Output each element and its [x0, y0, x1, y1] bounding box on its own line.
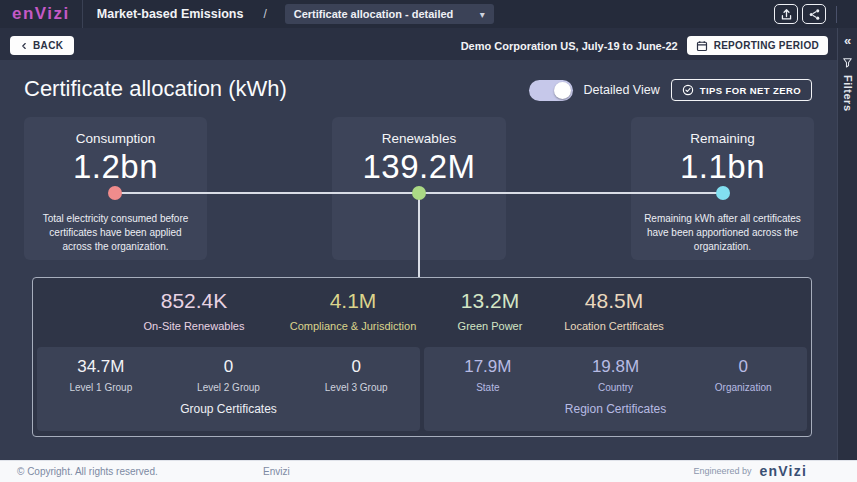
card-title: Consumption	[24, 131, 207, 146]
detailed-view-toggle[interactable]	[529, 80, 573, 101]
export-button[interactable]	[774, 4, 798, 24]
level-1-group-stat: 34.7M Level 1 Group	[37, 357, 165, 393]
stat-label: Location Certificates	[564, 320, 664, 332]
topbar-actions	[774, 4, 826, 24]
card-title: Remaining	[631, 131, 814, 146]
stat-value: 0	[679, 357, 807, 377]
card-value: 1.1bn	[631, 148, 814, 186]
card-title: Renewables	[332, 131, 506, 146]
stat-value: 19.8M	[552, 357, 680, 377]
chevron-left-icon	[20, 41, 28, 51]
chevron-down-icon: ▾	[480, 9, 485, 20]
filter-icon[interactable]	[842, 57, 853, 68]
stat-label: Organization	[679, 382, 807, 393]
group-certificates-caption: Group Certificates	[37, 402, 420, 416]
divider	[82, 0, 83, 28]
envizi-logo[interactable]: enVizi	[12, 4, 70, 24]
region-certificates-stats: 17.9M State 19.8M Country 0 Organization	[424, 357, 807, 393]
calendar-icon	[696, 40, 708, 52]
stat-value: 34.7M	[37, 357, 165, 377]
tips-button-label: TIPS FOR NET ZERO	[700, 85, 801, 96]
card-value: 1.2bn	[24, 148, 207, 186]
back-button[interactable]: BACK	[10, 36, 74, 55]
report-selector-value: Certificate allocation - detailed	[294, 8, 454, 20]
top-navigation-bar: enVizi Market-based Emissions / Certific…	[0, 0, 857, 28]
stat-value: 0	[292, 357, 420, 377]
filters-sidebar: « Filters	[837, 28, 857, 460]
region-certificates-caption: Region Certificates	[424, 402, 807, 416]
remaining-dot	[716, 186, 730, 200]
detailed-view-label: Detailed View	[584, 83, 660, 97]
stat-label: Country	[552, 382, 680, 393]
share-icon	[808, 8, 821, 21]
stat-value: 17.9M	[424, 357, 552, 377]
renewables-dot	[412, 186, 426, 200]
footer: © Copyright. All rights reserved. Envizi…	[0, 460, 857, 482]
stat-value: 0	[165, 357, 293, 377]
footer-branding: Engineered by enVizi	[694, 463, 807, 479]
organization-stat: 0 Organization	[679, 357, 807, 393]
context-bar-right: Demo Corporation US, July-19 to June-22 …	[461, 36, 828, 55]
check-circle-icon	[682, 84, 694, 96]
card-description: Total electricity consumed before certif…	[34, 212, 198, 254]
card-description: Remaining kWh after all certificates hav…	[641, 212, 805, 254]
envizi-footer-logo: enVizi	[760, 463, 807, 479]
location-certificates-stat: 48.5M Location Certificates	[564, 289, 664, 332]
tips-for-net-zero-button[interactable]: TIPS FOR NET ZERO	[671, 79, 812, 101]
stat-value: 13.2M	[458, 289, 523, 313]
onsite-renewables-stat: 852.4K On-Site Renewables	[144, 289, 245, 332]
back-label: BACK	[33, 40, 64, 51]
share-button[interactable]	[802, 4, 826, 24]
group-certificates-stats: 34.7M Level 1 Group 0 Level 2 Group 0 Le…	[37, 357, 420, 393]
filters-label: Filters	[842, 75, 854, 112]
stat-label: Level 2 Group	[165, 382, 293, 393]
stat-label: Level 1 Group	[37, 382, 165, 393]
stat-label: Compliance & Jurisdiction	[290, 320, 417, 332]
card-value: 139.2M	[332, 148, 506, 186]
level-2-group-stat: 0 Level 2 Group	[165, 357, 293, 393]
stat-value: 852.4K	[144, 289, 245, 313]
footer-envizi-text: Envizi	[263, 466, 290, 477]
green-power-stat: 13.2M Green Power	[458, 289, 523, 332]
stat-value: 48.5M	[564, 289, 664, 313]
copyright-text: © Copyright. All rights reserved.	[17, 466, 158, 477]
collapse-panel-icon[interactable]: «	[844, 34, 851, 47]
reporting-period-button[interactable]: REPORTING PERIOD	[687, 36, 828, 55]
stat-label: State	[424, 382, 552, 393]
stat-value: 4.1M	[290, 289, 417, 313]
reporting-context: Demo Corporation US, July-19 to June-22	[461, 40, 678, 52]
stat-label: Green Power	[458, 320, 523, 332]
stat-label: Level 3 Group	[292, 382, 420, 393]
flow-connector-line-vertical	[418, 193, 420, 277]
reporting-period-label: REPORTING PERIOD	[714, 40, 819, 51]
consumption-dot	[108, 186, 122, 200]
page-title: Certificate allocation (kWh)	[24, 76, 287, 102]
certificate-breakdown-panel: 852.4K On-Site Renewables 4.1M Complianc…	[32, 277, 812, 437]
export-icon	[780, 8, 793, 21]
engineered-by-label: Engineered by	[694, 466, 752, 476]
stat-label: On-Site Renewables	[144, 320, 245, 332]
breadcrumb: Market-based Emissions	[97, 7, 244, 21]
region-certificates-panel: 17.9M State 19.8M Country 0 Organization…	[424, 347, 807, 431]
page-header-actions: Detailed View TIPS FOR NET ZERO	[529, 79, 812, 101]
country-stat: 19.8M Country	[552, 357, 680, 393]
divider	[836, 6, 837, 23]
state-stat: 17.9M State	[424, 357, 552, 393]
main-content: Certificate allocation (kWh) Detailed Vi…	[0, 60, 837, 460]
level-3-group-stat: 0 Level 3 Group	[292, 357, 420, 393]
report-selector-dropdown[interactable]: Certificate allocation - detailed ▾	[285, 4, 494, 24]
compliance-jurisdiction-stat: 4.1M Compliance & Jurisdiction	[290, 289, 417, 332]
toggle-knob	[554, 82, 571, 99]
breadcrumb-separator: /	[263, 7, 266, 21]
certificate-allocation-dashboard: enVizi Market-based Emissions / Certific…	[0, 0, 857, 482]
group-certificates-panel: 34.7M Level 1 Group 0 Level 2 Group 0 Le…	[37, 347, 420, 431]
context-bar: BACK Demo Corporation US, July-19 to Jun…	[0, 28, 837, 60]
